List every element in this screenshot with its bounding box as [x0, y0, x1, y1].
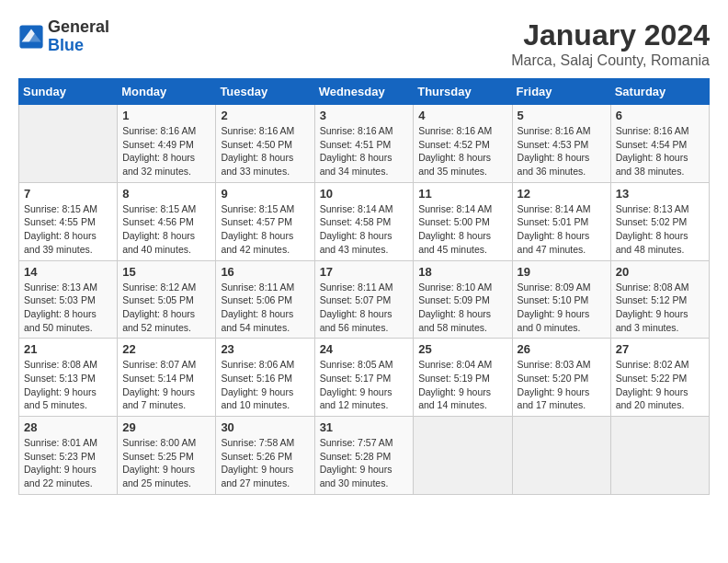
- day-number: 7: [24, 187, 112, 201]
- week-row-0: 1Sunrise: 8:16 AMSunset: 4:49 PMDaylight…: [19, 105, 710, 183]
- day-number: 27: [616, 342, 704, 356]
- page-header: General Blue January 2024 Marca, Salaj C…: [18, 18, 710, 69]
- calendar-cell: 13Sunrise: 8:13 AMSunset: 5:02 PMDayligh…: [610, 182, 709, 260]
- day-info: Sunrise: 8:16 AMSunset: 4:49 PMDaylight:…: [122, 124, 210, 178]
- calendar-cell: 30Sunrise: 7:58 AMSunset: 5:26 PMDayligh…: [216, 417, 314, 495]
- day-number: 12: [518, 187, 606, 201]
- day-number: 11: [418, 187, 506, 201]
- logo-text: General Blue: [48, 18, 109, 55]
- day-number: 13: [616, 187, 704, 201]
- calendar-cell: [512, 417, 610, 495]
- calendar-cell: 29Sunrise: 8:00 AMSunset: 5:25 PMDayligh…: [118, 417, 216, 495]
- day-info: Sunrise: 8:03 AMSunset: 5:20 PMDaylight:…: [518, 358, 606, 412]
- day-number: 14: [24, 265, 112, 279]
- logo: General Blue: [18, 18, 109, 55]
- week-row-4: 28Sunrise: 8:01 AMSunset: 5:23 PMDayligh…: [19, 417, 710, 495]
- day-header-sunday: Sunday: [19, 79, 118, 105]
- day-info: Sunrise: 8:09 AMSunset: 5:10 PMDaylight:…: [518, 281, 606, 335]
- day-number: 28: [24, 420, 112, 434]
- calendar-cell: 5Sunrise: 8:16 AMSunset: 4:53 PMDaylight…: [512, 105, 610, 183]
- week-row-3: 21Sunrise: 8:08 AMSunset: 5:13 PMDayligh…: [19, 339, 710, 417]
- calendar-cell: 9Sunrise: 8:15 AMSunset: 4:57 PMDaylight…: [216, 182, 314, 260]
- calendar-cell: 19Sunrise: 8:09 AMSunset: 5:10 PMDayligh…: [512, 260, 610, 339]
- day-number: 18: [418, 265, 506, 279]
- day-number: 17: [320, 265, 409, 279]
- day-number: 21: [24, 342, 112, 356]
- day-number: 9: [221, 187, 309, 201]
- day-number: 29: [122, 420, 210, 434]
- calendar-cell: [414, 417, 512, 495]
- day-number: 3: [320, 109, 409, 122]
- day-header-wednesday: Wednesday: [314, 79, 414, 105]
- calendar-cell: 20Sunrise: 8:08 AMSunset: 5:12 PMDayligh…: [610, 260, 709, 339]
- day-info: Sunrise: 8:16 AMSunset: 4:52 PMDaylight:…: [418, 124, 506, 178]
- day-number: 16: [221, 265, 309, 279]
- week-row-2: 14Sunrise: 8:13 AMSunset: 5:03 PMDayligh…: [19, 260, 710, 339]
- day-info: Sunrise: 8:04 AMSunset: 5:19 PMDaylight:…: [418, 358, 506, 412]
- day-number: 6: [616, 109, 704, 122]
- page-subtitle: Marca, Salaj County, Romania: [511, 52, 710, 69]
- day-number: 22: [122, 342, 210, 356]
- calendar-cell: 6Sunrise: 8:16 AMSunset: 4:54 PMDaylight…: [610, 105, 709, 183]
- day-number: 1: [122, 109, 210, 122]
- day-number: 19: [518, 265, 606, 279]
- day-info: Sunrise: 8:06 AMSunset: 5:16 PMDaylight:…: [221, 358, 309, 412]
- day-info: Sunrise: 7:57 AMSunset: 5:28 PMDaylight:…: [320, 436, 409, 490]
- day-header-friday: Friday: [512, 79, 610, 105]
- calendar-cell: 22Sunrise: 8:07 AMSunset: 5:14 PMDayligh…: [118, 339, 216, 417]
- day-number: 8: [122, 187, 210, 201]
- day-info: Sunrise: 8:14 AMSunset: 5:00 PMDaylight:…: [418, 202, 506, 257]
- calendar-cell: 2Sunrise: 8:16 AMSunset: 4:50 PMDaylight…: [216, 105, 314, 183]
- day-number: 25: [418, 342, 506, 356]
- day-header-thursday: Thursday: [414, 79, 512, 105]
- calendar-cell: [19, 105, 118, 183]
- calendar-cell: 28Sunrise: 8:01 AMSunset: 5:23 PMDayligh…: [19, 417, 118, 495]
- day-info: Sunrise: 8:16 AMSunset: 4:50 PMDaylight:…: [221, 124, 309, 178]
- day-info: Sunrise: 8:13 AMSunset: 5:03 PMDaylight:…: [24, 281, 112, 335]
- day-info: Sunrise: 8:07 AMSunset: 5:14 PMDaylight:…: [122, 358, 210, 412]
- calendar-cell: 25Sunrise: 8:04 AMSunset: 5:19 PMDayligh…: [414, 339, 512, 417]
- day-info: Sunrise: 8:16 AMSunset: 4:53 PMDaylight:…: [518, 124, 606, 178]
- day-number: 20: [616, 265, 704, 279]
- day-info: Sunrise: 8:12 AMSunset: 5:05 PMDaylight:…: [122, 281, 210, 335]
- day-info: Sunrise: 8:16 AMSunset: 4:51 PMDaylight:…: [320, 124, 409, 178]
- day-info: Sunrise: 8:05 AMSunset: 5:17 PMDaylight:…: [320, 358, 409, 412]
- calendar-table: SundayMondayTuesdayWednesdayThursdayFrid…: [18, 78, 710, 495]
- calendar-cell: 18Sunrise: 8:10 AMSunset: 5:09 PMDayligh…: [414, 260, 512, 339]
- calendar-cell: 3Sunrise: 8:16 AMSunset: 4:51 PMDaylight…: [314, 105, 414, 183]
- calendar-cell: 31Sunrise: 7:57 AMSunset: 5:28 PMDayligh…: [314, 417, 414, 495]
- day-info: Sunrise: 8:01 AMSunset: 5:23 PMDaylight:…: [24, 436, 112, 490]
- calendar-cell: 23Sunrise: 8:06 AMSunset: 5:16 PMDayligh…: [216, 339, 314, 417]
- day-info: Sunrise: 8:15 AMSunset: 4:55 PMDaylight:…: [24, 202, 112, 257]
- day-number: 30: [221, 420, 309, 434]
- calendar-cell: 21Sunrise: 8:08 AMSunset: 5:13 PMDayligh…: [19, 339, 118, 417]
- day-info: Sunrise: 8:11 AMSunset: 5:07 PMDaylight:…: [320, 281, 409, 335]
- calendar-cell: 4Sunrise: 8:16 AMSunset: 4:52 PMDaylight…: [414, 105, 512, 183]
- calendar-cell: 27Sunrise: 8:02 AMSunset: 5:22 PMDayligh…: [610, 339, 709, 417]
- day-info: Sunrise: 8:11 AMSunset: 5:06 PMDaylight:…: [221, 281, 309, 335]
- day-number: 10: [320, 187, 409, 201]
- day-info: Sunrise: 7:58 AMSunset: 5:26 PMDaylight:…: [221, 436, 309, 490]
- day-header-monday: Monday: [118, 79, 216, 105]
- week-row-1: 7Sunrise: 8:15 AMSunset: 4:55 PMDaylight…: [19, 182, 710, 260]
- calendar-header-row: SundayMondayTuesdayWednesdayThursdayFrid…: [19, 79, 710, 105]
- day-info: Sunrise: 8:14 AMSunset: 5:01 PMDaylight:…: [518, 202, 606, 257]
- day-number: 23: [221, 342, 309, 356]
- calendar-cell: 12Sunrise: 8:14 AMSunset: 5:01 PMDayligh…: [512, 182, 610, 260]
- day-info: Sunrise: 8:15 AMSunset: 4:56 PMDaylight:…: [122, 202, 210, 257]
- calendar-cell: 24Sunrise: 8:05 AMSunset: 5:17 PMDayligh…: [314, 339, 414, 417]
- title-block: January 2024 Marca, Salaj County, Romani…: [511, 18, 710, 69]
- day-info: Sunrise: 8:15 AMSunset: 4:57 PMDaylight:…: [221, 202, 309, 257]
- calendar-cell: 11Sunrise: 8:14 AMSunset: 5:00 PMDayligh…: [414, 182, 512, 260]
- day-info: Sunrise: 8:10 AMSunset: 5:09 PMDaylight:…: [418, 281, 506, 335]
- day-number: 24: [320, 342, 409, 356]
- day-info: Sunrise: 8:08 AMSunset: 5:13 PMDaylight:…: [24, 358, 112, 412]
- day-number: 31: [320, 420, 409, 434]
- logo-blue: Blue: [48, 37, 109, 55]
- day-number: 4: [418, 109, 506, 122]
- logo-general: General: [48, 18, 109, 37]
- day-info: Sunrise: 8:14 AMSunset: 4:58 PMDaylight:…: [320, 202, 409, 257]
- day-header-saturday: Saturday: [610, 79, 709, 105]
- day-number: 2: [221, 109, 309, 122]
- day-number: 26: [518, 342, 606, 356]
